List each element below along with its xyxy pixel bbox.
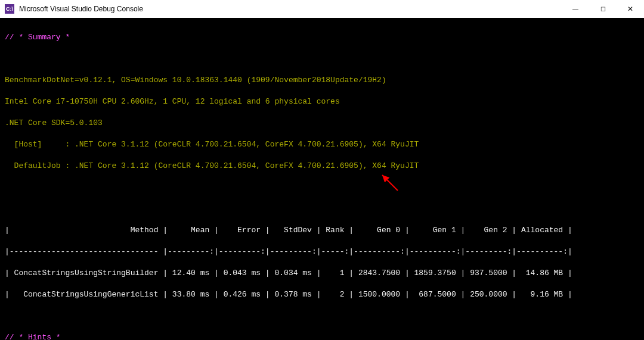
console-output[interactable]: // * Summary * BenchmarkDotNet=v0.12.1, …	[0, 18, 644, 340]
env-line: BenchmarkDotNet=v0.12.1, OS=Windows 10.0…	[5, 75, 639, 86]
table-row: | ConcatStringsUsingStringBuilder | 12.4…	[5, 268, 639, 279]
summary-header: // * Summary *	[5, 32, 639, 43]
window-titlebar: C:\ Microsoft Visual Studio Debug Consol…	[0, 0, 644, 18]
env-line: .NET Core SDK=5.0.103	[5, 118, 639, 129]
minimize-button[interactable]: —	[562, 0, 589, 18]
table-separator: |-------------------------------- |-----…	[5, 247, 639, 257]
env-line: [Host] : .NET Core 3.1.12 (CoreCLR 4.700…	[5, 139, 639, 150]
window-title: Microsoft Visual Studio Debug Console	[19, 5, 143, 13]
close-button[interactable]: ✕	[617, 0, 644, 18]
env-line: Intel Core i7-10750H CPU 2.60GHz, 1 CPU,…	[5, 96, 639, 107]
maximize-button[interactable]: ☐	[589, 0, 617, 18]
app-icon: C:\	[5, 4, 14, 14]
table-row: | ConcatStringsUsingGenericList | 33.80 …	[5, 289, 639, 300]
env-line: DefaultJob : .NET Core 3.1.12 (CoreCLR 4…	[5, 161, 639, 171]
hints-header: // * Hints *	[5, 332, 639, 340]
table-header: | Method | Mean | Error | StdDev | Rank …	[5, 225, 639, 236]
